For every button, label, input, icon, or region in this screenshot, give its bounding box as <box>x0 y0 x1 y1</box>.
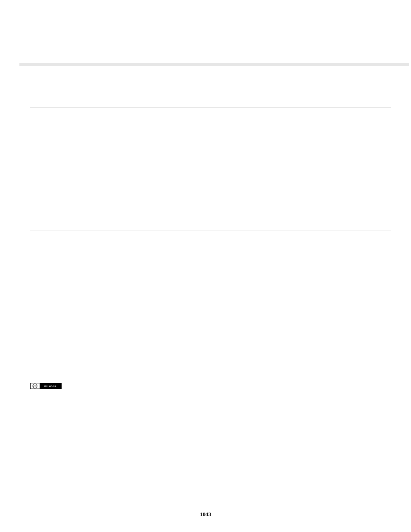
horizontal-rule <box>30 375 391 375</box>
cc-license-badge: CC BY-NC-SA <box>30 383 62 389</box>
horizontal-rule <box>30 291 391 291</box>
horizontal-rule <box>30 230 391 230</box>
document-page: CC BY-NC-SA 1043 <box>0 0 411 532</box>
page-number: 1043 <box>0 511 411 518</box>
cc-badge-left-text: CC <box>33 385 37 388</box>
cc-badge-right-text: BY-NC-SA <box>44 385 56 388</box>
horizontal-rule <box>30 107 391 108</box>
header-bar <box>19 63 409 66</box>
